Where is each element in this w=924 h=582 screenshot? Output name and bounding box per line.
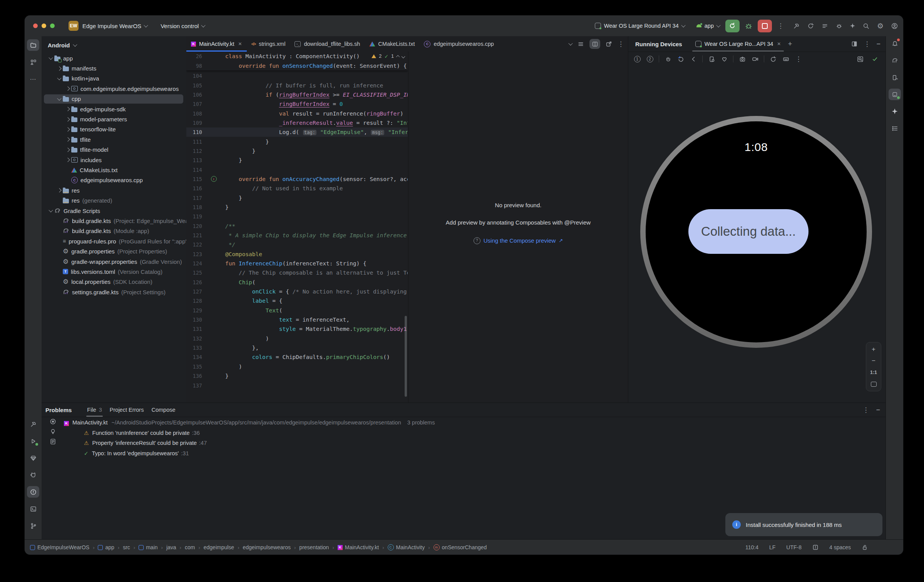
inspection-eye-button[interactable] <box>50 418 56 425</box>
tree-item-manifests[interactable]: manifests <box>42 63 186 73</box>
line-number[interactable]: 126 <box>186 279 202 285</box>
tree-item-proguard-rules.pro[interactable]: ≡ proguard-rules.pro (ProGuard Rules for… <box>42 236 186 246</box>
line-number[interactable]: 110 <box>186 129 202 135</box>
attach-debugger-button[interactable] <box>836 23 842 29</box>
tree-item-build.gradle.kts[interactable]: build.gradle.kts (Project: Edge_Impulse_… <box>42 216 186 226</box>
panel-options-menu[interactable]: ⋮ <box>862 407 869 413</box>
problems-tool-button[interactable] <box>27 486 39 498</box>
phone-settings-button[interactable] <box>706 54 716 64</box>
terminal-tool-button[interactable] <box>27 503 39 515</box>
editor-tab-CMakeLists.txt[interactable]: CMakeLists.txt <box>365 36 419 52</box>
resource-manager-tool-button[interactable] <box>27 56 39 68</box>
editor-scrollbar[interactable] <box>405 316 407 397</box>
minimize-window-button[interactable] <box>42 23 46 28</box>
line-number[interactable]: 122 <box>186 242 202 248</box>
prev-issue-icon[interactable] <box>396 55 400 59</box>
screenshot-button[interactable] <box>737 54 747 64</box>
run-configuration-selector[interactable]: app <box>696 23 720 29</box>
code-line-127[interactable]: 127 onClick = { /* No action here, just … <box>186 287 408 296</box>
tree-item-build.gradle.kts[interactable]: build.gradle.kts (Module :app) <box>42 226 186 236</box>
tree-item-local.properties[interactable]: ⚙ local.properties (SDK Location) <box>42 277 186 287</box>
tree-item-gradle.properties[interactable]: ⚙ gradle.properties (Project Properties) <box>42 246 186 256</box>
line-number[interactable]: 134 <box>186 354 202 360</box>
code-line-136[interactable]: 136 } <box>186 371 408 381</box>
rotate-button[interactable] <box>676 54 686 64</box>
line-number[interactable]: 116 <box>186 185 202 191</box>
file-encoding[interactable]: UTF-8 <box>786 544 802 550</box>
install-notification-toast[interactable]: i Install successfully finished in 188 m… <box>725 513 882 536</box>
line-number[interactable]: 119 <box>186 213 202 220</box>
problems-file-row[interactable]: K MainActivity.kt ~/AndroidStudioProject… <box>64 418 886 428</box>
code-line-124[interactable]: 124 fun InferenceChip(inferenceText: Str… <box>186 259 408 268</box>
popout-button[interactable] <box>606 41 612 47</box>
button-1-button[interactable]: 1 <box>632 54 642 64</box>
device-selector[interactable]: Wear OS Large Round API 34 <box>595 23 685 29</box>
run-tool-button[interactable] <box>27 435 39 447</box>
code-line-110[interactable]: 110 Log.d( tag: "EdgeImpulse", msg: "Inf… <box>186 127 408 137</box>
emulator-watch-screen[interactable]: 1:08 Collecting data... <box>646 121 867 342</box>
structure-list-tool-button[interactable] <box>889 122 901 134</box>
code-line-131[interactable]: 131 style = MaterialTheme.typography.bod… <box>186 324 408 334</box>
tree-item-gradle-wrapper.properties[interactable]: ⚙ gradle-wrapper.properties (Gradle Vers… <box>42 257 186 267</box>
code-editor[interactable]: 26 class MainActivity : ComponentActivit… <box>186 52 408 403</box>
code-line-113[interactable]: 113 } <box>186 156 408 165</box>
breadcrumb-edgeimpulsewearos[interactable]: edgeimpulsewearos <box>243 544 291 550</box>
inspection-widget-icon[interactable] <box>812 544 819 550</box>
device-manager-tool-button[interactable] <box>889 72 901 83</box>
code-line-126[interactable]: 126 Chip( <box>186 278 408 287</box>
code-line-132[interactable]: 132 ) <box>186 334 408 343</box>
stop-app-button[interactable] <box>758 20 772 32</box>
problems-tab-File[interactable]: File3 <box>83 403 105 417</box>
code-line-134[interactable]: 134 colors = ChipDefaults.primaryChipCol… <box>186 352 408 362</box>
tree-item-com.edgeimpulse.edgeimpulsewearos[interactable]: com.edgeimpulse.edgeimpulsewearos <box>42 84 186 94</box>
line-number[interactable]: 121 <box>186 232 202 238</box>
breadcrumb-EdgeImpulseWearOS[interactable]: EdgeImpulseWearOS <box>30 544 89 550</box>
line-number[interactable]: 98 <box>186 63 202 69</box>
todo-list-button[interactable] <box>822 23 828 29</box>
tree-item-edge-impulse-sdk[interactable]: edge-impulse-sdk <box>42 104 186 114</box>
problem-item[interactable]: ⚠ Function 'runInference' could be priva… <box>64 428 886 438</box>
code-line-123[interactable]: 123 @Composable <box>186 250 408 259</box>
editor-tab-download_tflite_libs.sh[interactable]: >_download_tflite_libs.sh <box>290 36 365 52</box>
tree-item-kotlin+java[interactable]: kotlin+java <box>42 74 186 84</box>
tree-item-libs.versions.toml[interactable]: T libs.versions.toml (Version Catalog) <box>42 267 186 277</box>
line-number[interactable]: 137 <box>186 382 202 389</box>
sync-project-button[interactable] <box>807 23 814 29</box>
chevron-down-button[interactable] <box>569 42 572 45</box>
panel-options-menu[interactable]: ⋮ <box>864 41 870 47</box>
code-line-106[interactable]: 106 if (ringBufferIndex >= EI_CLASSIFIER… <box>186 90 408 99</box>
code-line-111[interactable]: 111 } <box>186 137 408 146</box>
line-number[interactable]: 26 <box>186 53 202 59</box>
line-number[interactable]: 128 <box>186 298 202 304</box>
back-button[interactable] <box>688 54 698 64</box>
problem-item[interactable]: ⚠ Property 'inferenceResult' could be pr… <box>64 438 886 448</box>
reset-button[interactable] <box>768 54 778 64</box>
zoom-out-button[interactable]: − <box>868 356 879 366</box>
next-issue-icon[interactable] <box>402 54 405 58</box>
quick-fix-bulb-button[interactable] <box>50 428 56 435</box>
add-device-tab-button[interactable]: + <box>788 40 792 48</box>
tree-item-Gradle Scripts[interactable]: Gradle Scripts <box>42 206 186 216</box>
line-number[interactable]: 115 <box>186 176 202 182</box>
notifications-bell-tool-button[interactable] <box>889 38 901 49</box>
code-line-122[interactable]: 122 */ <box>186 240 408 249</box>
code-line-26[interactable]: 26 class MainActivity : ComponentActivit… <box>186 52 408 61</box>
line-number[interactable]: 108 <box>186 111 202 117</box>
close-icon[interactable]: ✕ <box>777 41 781 47</box>
lock-open-icon[interactable] <box>862 544 868 550</box>
ai-assistant-button[interactable] <box>850 23 855 29</box>
version-control-tool-button[interactable] <box>27 520 39 532</box>
code-line-120[interactable]: 120 /** <box>186 221 408 231</box>
code-line-119[interactable]: 119 <box>186 212 408 221</box>
tree-item-includes[interactable]: includes <box>42 155 186 165</box>
breadcrumb-MainActivity[interactable]: C MainActivity <box>388 544 425 550</box>
project-selector[interactable]: Edge Impulse WearOS <box>82 23 147 29</box>
code-line-107[interactable]: 107 ringBufferIndex = 0 <box>186 99 408 109</box>
code-line-98[interactable]: 98 override fun onSensorChanged(event: S… <box>186 61 408 70</box>
line-number[interactable]: 113 <box>186 157 202 163</box>
zoom-in-button[interactable]: + <box>868 344 879 355</box>
line-number[interactable]: 117 <box>186 195 202 201</box>
live-edit-check-button[interactable] <box>870 54 880 64</box>
line-number[interactable]: 105 <box>186 82 202 89</box>
vcs-menu[interactable]: Version control <box>161 23 205 29</box>
